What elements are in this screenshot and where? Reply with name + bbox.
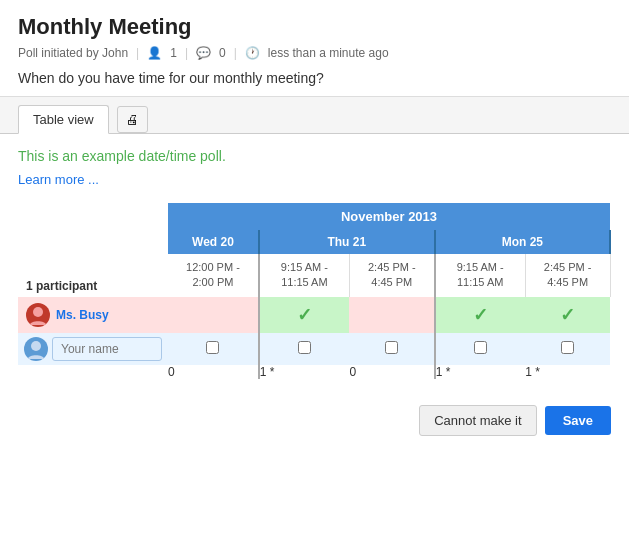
busy-name-text: Ms. Busy xyxy=(56,308,109,322)
busy-avail-2 xyxy=(349,297,434,333)
participants-count: 1 xyxy=(170,46,177,60)
sep3: | xyxy=(234,46,237,60)
checkmark-icon-3: ✓ xyxy=(560,305,575,325)
checkmark-icon: ✓ xyxy=(297,305,312,325)
sep1: | xyxy=(136,46,139,60)
poll-question: When do you have time for our monthly me… xyxy=(18,70,611,86)
participants-icon: 👤 xyxy=(147,46,162,60)
learn-more-link[interactable]: Learn more ... xyxy=(18,172,99,187)
page-title: Monthly Meeting xyxy=(18,14,611,40)
checkmark-icon-2: ✓ xyxy=(473,305,488,325)
clock-icon: 🕐 xyxy=(245,46,260,60)
poll-initiator: Poll initiated by John xyxy=(18,46,128,60)
time-mon25-2: 2:45 PM - 4:45 PM xyxy=(525,254,610,297)
time-ago: less than a minute ago xyxy=(268,46,389,60)
poll-table: November 2013 Wed 20 Thu 21 Mon 25 1 par… xyxy=(18,203,611,379)
day-header-mon25: Mon 25 xyxy=(435,230,610,254)
tabs-bar: Table view 🖨 xyxy=(0,97,629,134)
cannot-make-it-button[interactable]: Cannot make it xyxy=(419,405,536,436)
month-header: November 2013 xyxy=(168,203,610,230)
count-row: 0 1 * 0 1 * 1 * xyxy=(18,365,610,379)
busy-avail-4: ✓ xyxy=(525,297,610,333)
checkbox-2[interactable] xyxy=(385,341,398,354)
participant-label: 1 participant xyxy=(18,254,168,297)
checkbox-3[interactable] xyxy=(474,341,487,354)
action-bar: Cannot make it Save xyxy=(0,393,629,448)
time-wed20-1: 12:00 PM - 2:00 PM xyxy=(168,254,259,297)
name-input-cell[interactable] xyxy=(18,333,168,365)
busy-participant-row: Ms. Busy ✓ ✓ xyxy=(18,297,610,333)
comments-count: 0 xyxy=(219,46,226,60)
sep2: | xyxy=(185,46,188,60)
time-thu21-2: 2:45 PM - 4:45 PM xyxy=(349,254,434,297)
day-header-wed20: Wed 20 xyxy=(168,230,259,254)
your-check-2[interactable] xyxy=(349,333,434,365)
count-1: 1 * xyxy=(259,365,350,379)
user-avatar xyxy=(24,337,48,361)
your-name-row xyxy=(18,333,610,365)
count-0: 0 xyxy=(168,365,259,379)
tab-table-view[interactable]: Table view xyxy=(18,105,109,134)
your-check-4[interactable] xyxy=(525,333,610,365)
checkbox-4[interactable] xyxy=(561,341,574,354)
header: Monthly Meeting Poll initiated by John |… xyxy=(0,0,629,97)
day-header-thu21: Thu 21 xyxy=(259,230,435,254)
your-check-1[interactable] xyxy=(259,333,350,365)
svg-point-0 xyxy=(33,307,43,317)
tab-table-view-label: Table view xyxy=(33,112,94,127)
save-button[interactable]: Save xyxy=(545,406,611,435)
busy-avail-0 xyxy=(168,297,259,333)
your-check-0[interactable] xyxy=(168,333,259,365)
time-thu21-1: 9:15 AM - 11:15 AM xyxy=(259,254,350,297)
meta-bar: Poll initiated by John | 👤 1 | 💬 0 | 🕐 l… xyxy=(18,46,611,60)
svg-point-1 xyxy=(31,341,41,351)
busy-avatar xyxy=(26,303,50,327)
main-content: This is an example date/time poll. Learn… xyxy=(0,134,629,393)
busy-avail-1: ✓ xyxy=(259,297,350,333)
example-notice: This is an example date/time poll. xyxy=(18,148,611,164)
count-4: 1 * xyxy=(525,365,610,379)
your-check-3[interactable] xyxy=(435,333,526,365)
checkbox-0[interactable] xyxy=(206,341,219,354)
checkbox-1[interactable] xyxy=(298,341,311,354)
your-name-input[interactable] xyxy=(52,337,162,361)
busy-name-cell: Ms. Busy xyxy=(18,297,168,333)
time-mon25-1: 9:15 AM - 11:15 AM xyxy=(435,254,526,297)
comments-icon: 💬 xyxy=(196,46,211,60)
count-3: 1 * xyxy=(435,365,526,379)
print-button[interactable]: 🖨 xyxy=(117,106,148,133)
poll-table-wrapper: November 2013 Wed 20 Thu 21 Mon 25 1 par… xyxy=(18,203,611,379)
count-2: 0 xyxy=(349,365,434,379)
busy-avail-3: ✓ xyxy=(435,297,526,333)
